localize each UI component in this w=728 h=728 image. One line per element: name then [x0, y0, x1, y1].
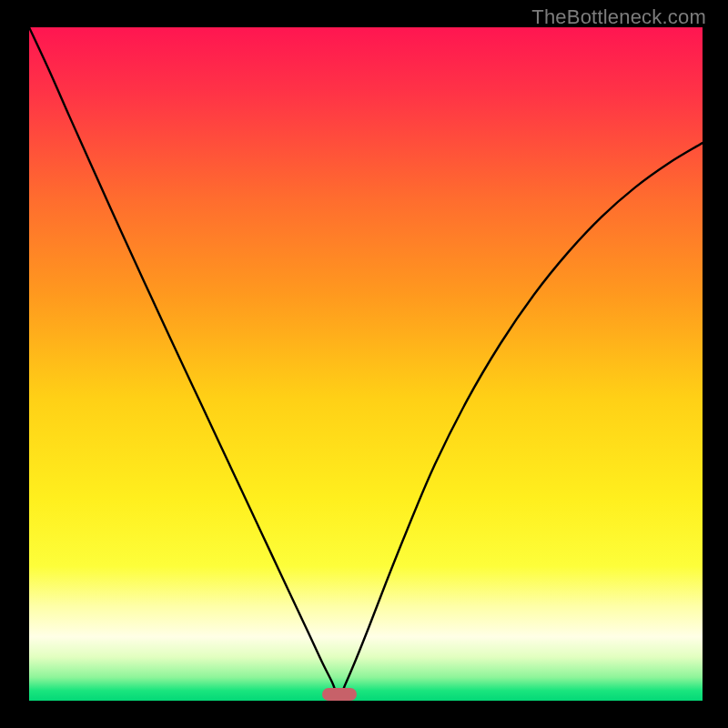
optimal-marker	[322, 688, 357, 701]
bottleneck-curve	[29, 27, 703, 701]
watermark-text: TheBottleneck.com	[531, 5, 706, 29]
plot-area	[29, 27, 703, 701]
chart-frame: TheBottleneck.com	[0, 0, 728, 728]
